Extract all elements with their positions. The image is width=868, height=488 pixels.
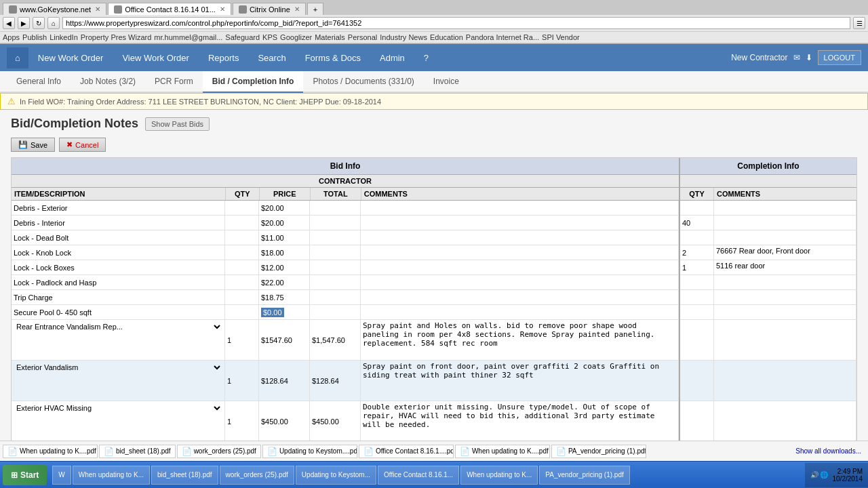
sub-nav-pcr[interactable]: PCR Form xyxy=(145,71,203,92)
sub-nav-photos[interactable]: Photos / Documents (331/0) xyxy=(303,71,423,92)
comp-comments-textarea[interactable] xyxy=(716,403,854,440)
download-icon[interactable]: ⬇ xyxy=(806,53,812,62)
comp-cell-comments[interactable] xyxy=(714,216,856,230)
cell-qty[interactable] xyxy=(225,401,259,441)
nav-new-work-order[interactable]: New Work Order xyxy=(28,47,113,68)
comp-qty-input[interactable] xyxy=(682,234,711,242)
cell-comments[interactable] xyxy=(361,216,679,230)
comp-comments-input[interactable] xyxy=(716,306,854,314)
bookmark-email[interactable]: mr.hummel@gmail... xyxy=(154,33,222,41)
cell-qty[interactable] xyxy=(225,260,259,274)
cell-item[interactable]: Rear Entrance Vandalism Rep... xyxy=(12,320,225,360)
comments-input[interactable] xyxy=(363,247,676,255)
total-input[interactable] xyxy=(312,234,358,242)
bookmark-safeguard[interactable]: Safeguard xyxy=(225,33,260,41)
comp-cell-comments[interactable] xyxy=(714,260,856,274)
bookmark-pandora[interactable]: Pandora Internet Ra... xyxy=(466,33,539,41)
tab-3[interactable]: Citrix Online ✕ xyxy=(233,3,306,15)
cell-comments[interactable] xyxy=(361,260,679,274)
tab-2[interactable]: Office Contact 8.16.14 01... ✕ xyxy=(108,3,231,15)
qty-input[interactable] xyxy=(227,377,256,385)
cell-qty[interactable] xyxy=(225,230,259,245)
cell-comments[interactable] xyxy=(361,275,679,289)
total-input[interactable] xyxy=(312,249,358,257)
item-dropdown[interactable]: Exterior Vandalism xyxy=(14,363,222,372)
comments-textarea[interactable]: Spray paint and Holes on walls. bid to r… xyxy=(363,321,676,359)
cell-total[interactable] xyxy=(310,245,361,260)
sub-nav-bid-completion[interactable]: Bid / Completion Info xyxy=(203,71,304,93)
comp-cell-comments[interactable] xyxy=(714,201,856,215)
comp-cell-qty[interactable] xyxy=(680,260,714,274)
taskbar-item-1[interactable]: When updating to K... xyxy=(73,466,150,485)
comp-qty-input[interactable] xyxy=(682,264,711,272)
cell-comments[interactable]: Spray paint and Holes on walls. bid to r… xyxy=(361,320,679,360)
item-dropdown[interactable]: Exterior HVAC Missing xyxy=(14,403,222,413)
bookmark-ppw[interactable]: Property Pres Wizard xyxy=(81,33,152,41)
qty-input[interactable] xyxy=(227,308,256,317)
comp-cell-comments[interactable] xyxy=(714,230,856,245)
comp-qty-input[interactable] xyxy=(682,204,711,212)
total-input[interactable] xyxy=(312,279,358,287)
comp-cell-qty[interactable] xyxy=(680,275,714,289)
refresh-button[interactable]: ↻ xyxy=(33,17,45,29)
qty-input[interactable] xyxy=(227,293,256,302)
qty-input[interactable] xyxy=(227,234,256,242)
comments-textarea[interactable]: Spray paint on front door, paint over gr… xyxy=(363,362,676,399)
download-item-3[interactable]: 📄 work_orders (25).pdf xyxy=(177,445,261,458)
cell-qty[interactable] xyxy=(225,290,259,304)
nav-forms-docs[interactable]: Forms & Docs xyxy=(296,47,370,68)
comp-cell-qty[interactable] xyxy=(680,320,714,360)
logout-button[interactable]: LOGOUT xyxy=(818,50,861,65)
cell-comments[interactable]: Double exterior unit missing. Unsure typ… xyxy=(361,401,679,441)
cell-qty[interactable] xyxy=(225,361,259,401)
qty-input[interactable] xyxy=(227,418,256,426)
home-nav-button[interactable]: ⌂ xyxy=(7,47,28,68)
comp-qty-input[interactable] xyxy=(682,377,711,385)
comp-comments-input[interactable] xyxy=(716,202,854,210)
cell-qty[interactable] xyxy=(225,216,259,230)
qty-input[interactable] xyxy=(227,336,256,344)
sub-nav-general[interactable]: General Info xyxy=(7,71,71,92)
bookmark-publish[interactable]: Publish xyxy=(22,33,47,41)
comp-cell-comments[interactable] xyxy=(714,275,856,289)
qty-input[interactable] xyxy=(227,279,256,287)
forward-button[interactable]: ▶ xyxy=(18,17,30,29)
bookmark-googlizer[interactable]: Googlizer xyxy=(280,33,312,41)
show-all-downloads-button[interactable]: Show all downloads... xyxy=(791,446,865,456)
comp-comments-input[interactable] xyxy=(716,291,854,300)
taskbar-item-4[interactable]: Updating to Keystom... xyxy=(296,466,376,485)
cancel-button[interactable]: ✖ Cancel xyxy=(59,138,106,152)
bookmark-apps[interactable]: Apps xyxy=(3,33,20,41)
cell-comments[interactable] xyxy=(361,201,679,215)
nav-reports[interactable]: Reports xyxy=(199,47,249,68)
taskbar-item-6[interactable]: When updating to K... xyxy=(460,466,538,485)
home-button[interactable]: ⌂ xyxy=(47,17,60,29)
comp-comments-input[interactable] xyxy=(716,277,854,285)
cell-total[interactable] xyxy=(310,275,361,289)
cell-total[interactable] xyxy=(310,290,361,304)
comp-comments-input[interactable] xyxy=(716,217,854,225)
download-item-6[interactable]: 📄 When updating to K....pdf xyxy=(455,445,550,458)
qty-input[interactable] xyxy=(227,219,256,227)
comp-cell-qty[interactable] xyxy=(680,216,714,230)
show-past-bids-button[interactable]: Show Past Bids xyxy=(145,117,210,131)
bookmark-personal[interactable]: Personal xyxy=(348,33,377,41)
comp-qty-input[interactable] xyxy=(682,418,711,426)
address-bar[interactable] xyxy=(62,17,850,29)
comp-cell-qty[interactable] xyxy=(680,290,714,304)
cell-total[interactable] xyxy=(310,216,361,230)
download-item-1[interactable]: 📄 When updating to K....pdf xyxy=(3,445,98,458)
comp-comments-input[interactable] xyxy=(716,262,854,270)
cell-total[interactable] xyxy=(310,230,361,245)
cell-comments[interactable] xyxy=(361,290,679,304)
comp-cell-comments[interactable] xyxy=(714,401,856,441)
comp-cell-comments[interactable] xyxy=(714,305,856,319)
cell-total[interactable] xyxy=(310,201,361,215)
taskbar-item-5[interactable]: Office Contact 8.16.1... xyxy=(378,466,459,485)
cell-item[interactable]: Exterior Vandalism xyxy=(12,361,225,401)
comp-qty-input[interactable] xyxy=(682,279,711,287)
comments-input[interactable] xyxy=(363,291,676,300)
comp-comments-textarea[interactable] xyxy=(716,321,854,359)
comp-qty-input[interactable] xyxy=(682,336,711,344)
qty-input[interactable] xyxy=(227,264,256,272)
